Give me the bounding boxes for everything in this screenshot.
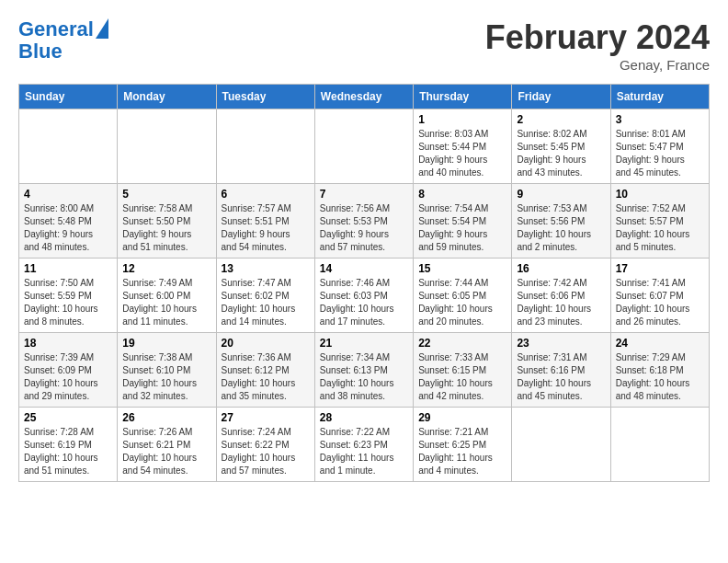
day-info-text: and 2 minutes. — [517, 241, 605, 254]
day-info-text: Sunset: 6:12 PM — [222, 364, 310, 377]
table-row: 2Sunrise: 8:02 AMSunset: 5:45 PMDaylight… — [512, 109, 610, 184]
table-row: 9Sunrise: 7:53 AMSunset: 5:56 PMDaylight… — [512, 184, 610, 259]
day-info-text: Daylight: 10 hours — [517, 228, 605, 241]
day-number: 10 — [616, 188, 704, 201]
day-info-text: Sunrise: 7:38 AM — [122, 351, 210, 364]
table-row — [216, 109, 314, 184]
day-info-text: Daylight: 10 hours — [418, 377, 506, 390]
day-info-text: Sunrise: 7:41 AM — [616, 277, 704, 290]
logo-triangle-icon — [96, 18, 108, 39]
day-info-text: and 45 minutes. — [616, 167, 704, 179]
day-number: 13 — [222, 262, 310, 275]
day-info-text: and 14 minutes. — [222, 316, 310, 328]
day-info-text: and 48 minutes. — [24, 241, 112, 254]
table-row: 11Sunrise: 7:50 AMSunset: 5:59 PMDayligh… — [19, 259, 118, 333]
day-info-text: Daylight: 11 hours — [418, 452, 506, 465]
day-info-text: Sunrise: 8:00 AM — [24, 202, 112, 215]
col-friday: Friday — [512, 85, 610, 109]
day-info-text: Sunset: 5:56 PM — [517, 215, 605, 228]
table-row — [118, 109, 216, 184]
day-info-text: and 57 minutes. — [320, 241, 408, 254]
calendar-week-row: 1Sunrise: 8:03 AMSunset: 5:44 PMDaylight… — [19, 109, 710, 184]
day-info-text: Daylight: 10 hours — [122, 303, 210, 316]
table-row: 6Sunrise: 7:57 AMSunset: 5:51 PMDaylight… — [216, 184, 314, 259]
day-info-text: Sunrise: 7:29 AM — [616, 351, 704, 364]
day-info-text: Sunrise: 7:42 AM — [517, 277, 605, 290]
table-row: 3Sunrise: 8:01 AMSunset: 5:47 PMDaylight… — [610, 109, 709, 184]
day-info-text: Sunset: 5:53 PM — [320, 215, 408, 228]
day-info-text: Sunset: 6:02 PM — [222, 290, 310, 303]
day-info-text: Daylight: 10 hours — [222, 377, 310, 390]
day-info-text: and 54 minutes. — [222, 241, 310, 254]
logo: General Blue — [18, 18, 108, 63]
day-info-text: and 29 minutes. — [24, 390, 112, 403]
table-row: 17Sunrise: 7:41 AMSunset: 6:07 PMDayligh… — [610, 259, 709, 333]
table-row: 20Sunrise: 7:36 AMSunset: 6:12 PMDayligh… — [216, 333, 314, 408]
day-info-text: and 51 minutes. — [24, 465, 112, 477]
day-info-text: Sunset: 6:09 PM — [24, 364, 112, 377]
day-info-text: Sunrise: 7:36 AM — [222, 351, 310, 364]
table-row: 8Sunrise: 7:54 AMSunset: 5:54 PMDaylight… — [414, 184, 512, 259]
location: Genay, France — [485, 57, 710, 73]
day-info-text: and 35 minutes. — [222, 390, 310, 403]
day-number: 16 — [517, 262, 605, 275]
logo-text: General — [18, 18, 94, 40]
logo-blue-text: Blue — [18, 40, 108, 63]
table-row: 28Sunrise: 7:22 AMSunset: 6:23 PMDayligh… — [314, 408, 413, 482]
table-row: 23Sunrise: 7:31 AMSunset: 6:16 PMDayligh… — [512, 333, 610, 408]
day-info-text: Sunrise: 8:03 AM — [418, 128, 506, 141]
day-info-text: and 4 minutes. — [418, 465, 506, 477]
day-number: 28 — [320, 411, 408, 424]
day-info-text: and 5 minutes. — [616, 241, 704, 254]
day-info-text: Sunrise: 7:52 AM — [616, 202, 704, 215]
day-info-text: Sunset: 5:51 PM — [222, 215, 310, 228]
day-number: 27 — [222, 411, 310, 424]
day-info-text: Sunrise: 7:28 AM — [24, 426, 112, 439]
calendar-week-row: 11Sunrise: 7:50 AMSunset: 5:59 PMDayligh… — [19, 259, 710, 333]
day-info-text: Sunset: 5:48 PM — [24, 215, 112, 228]
day-info-text: Sunrise: 7:24 AM — [222, 426, 310, 439]
day-info-text: Daylight: 9 hours — [616, 154, 704, 167]
day-info-text: Sunset: 5:50 PM — [122, 215, 210, 228]
day-info-text: Sunset: 6:22 PM — [222, 439, 310, 452]
day-info-text: and 38 minutes. — [320, 390, 408, 403]
day-info-text: Sunrise: 7:50 AM — [24, 277, 112, 290]
day-info-text: Daylight: 10 hours — [616, 377, 704, 390]
day-info-text: and 40 minutes. — [418, 167, 506, 179]
day-number: 11 — [24, 262, 112, 275]
day-info-text: and 17 minutes. — [320, 316, 408, 328]
day-info-text: and 8 minutes. — [24, 316, 112, 328]
table-row: 22Sunrise: 7:33 AMSunset: 6:15 PMDayligh… — [414, 333, 512, 408]
table-row: 25Sunrise: 7:28 AMSunset: 6:19 PMDayligh… — [19, 408, 118, 482]
day-info-text: Sunrise: 7:58 AM — [122, 202, 210, 215]
day-info-text: Daylight: 10 hours — [320, 377, 408, 390]
day-info-text: Sunset: 6:13 PM — [320, 364, 408, 377]
day-number: 21 — [320, 337, 408, 350]
day-number: 25 — [24, 411, 112, 424]
day-info-text: Daylight: 10 hours — [616, 303, 704, 316]
day-info-text: and 45 minutes. — [517, 390, 605, 403]
day-info-text: and 32 minutes. — [122, 390, 210, 403]
day-number: 23 — [517, 337, 605, 350]
day-info-text: and 11 minutes. — [122, 316, 210, 328]
day-info-text: Sunrise: 7:57 AM — [222, 202, 310, 215]
table-row: 7Sunrise: 7:56 AMSunset: 5:53 PMDaylight… — [314, 184, 413, 259]
day-info-text: Sunrise: 7:22 AM — [320, 426, 408, 439]
day-info-text: Daylight: 10 hours — [24, 452, 112, 465]
page: General Blue February 2024 Genay, France… — [0, 0, 728, 491]
day-number: 19 — [122, 337, 210, 350]
day-number: 29 — [418, 411, 506, 424]
day-number: 20 — [222, 337, 310, 350]
table-row — [512, 408, 610, 482]
day-info-text: Sunset: 6:07 PM — [616, 290, 704, 303]
table-row: 19Sunrise: 7:38 AMSunset: 6:10 PMDayligh… — [118, 333, 216, 408]
day-info-text: Sunrise: 7:46 AM — [320, 277, 408, 290]
table-row: 5Sunrise: 7:58 AMSunset: 5:50 PMDaylight… — [118, 184, 216, 259]
table-row: 12Sunrise: 7:49 AMSunset: 6:00 PMDayligh… — [118, 259, 216, 333]
calendar: Sunday Monday Tuesday Wednesday Thursday… — [18, 84, 710, 482]
table-row: 4Sunrise: 8:00 AMSunset: 5:48 PMDaylight… — [19, 184, 118, 259]
day-number: 2 — [517, 113, 605, 126]
day-info-text: and 57 minutes. — [222, 465, 310, 477]
day-info-text: Sunset: 6:16 PM — [517, 364, 605, 377]
day-number: 26 — [122, 411, 210, 424]
